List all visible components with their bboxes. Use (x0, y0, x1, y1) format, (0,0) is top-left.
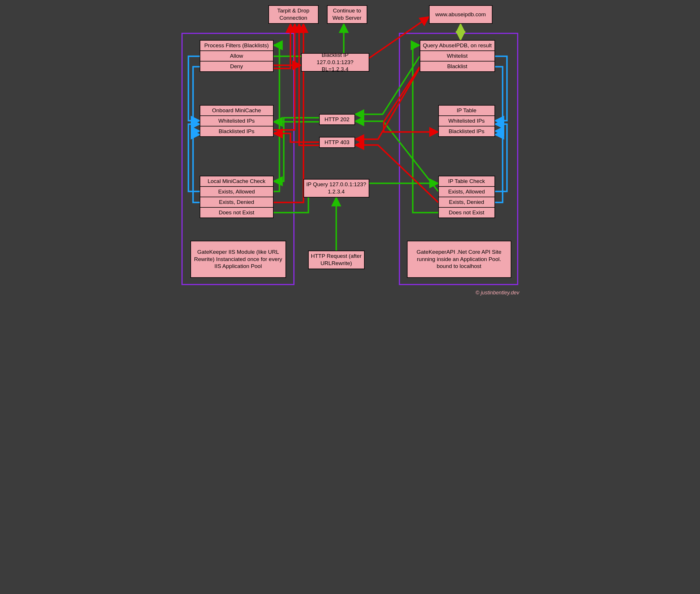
process-filters-title: Process Filters (Blacklists) (200, 40, 274, 51)
iptable-check-denied: Exists, Denied (438, 197, 495, 208)
minicache-check-missing: Does not Exist (200, 207, 274, 218)
tarpit-box: Tarpit & Drop Connection (269, 5, 319, 24)
continue-box: Continue to Web Server (327, 5, 367, 24)
abuseipdb-box: www.abuseipdb.com (429, 5, 492, 24)
minicache-check-allowed: Exists, Allowed (200, 186, 274, 197)
diagram-canvas: Tarpit & Drop Connection Continue to Web… (175, 0, 525, 297)
iptable-title: IP Table (438, 105, 495, 116)
minicache-title: Onboard MiniCache (200, 105, 274, 116)
iptable-check-missing: Does not Exist (438, 207, 495, 218)
process-filters-stack: Process Filters (Blacklists) Allow Deny (200, 40, 274, 72)
iptable-stack: IP Table Whitelisted IPs Blacklisted IPs (438, 105, 495, 137)
http-202-box: HTTP 202 (319, 114, 355, 125)
minicache-check-stack: Local MiniCache Check Exists, Allowed Ex… (200, 176, 274, 218)
query-abuse-wl: Whitelist (420, 51, 495, 62)
minicache-wl: Whitelisted IPs (200, 116, 274, 127)
minicache-stack: Onboard MiniCache Whitelisted IPs Blackl… (200, 105, 274, 137)
ip-query-box: IP Query 127.0.0.1:123?1.2.3.4 (304, 179, 369, 198)
process-filters-allow: Allow (200, 51, 274, 62)
blacklist-ip-box: Blacklist IP 127.0.0.1:123?BL=1.2.3.4 (301, 53, 369, 72)
minicache-check-denied: Exists, Denied (200, 197, 274, 208)
iptable-wl: Whitelisted IPs (438, 116, 495, 127)
iptable-check-title: IP Table Check (438, 176, 495, 187)
process-filters-deny: Deny (200, 61, 274, 72)
http-request-box: HTTP Request (after URLRewrite) (308, 251, 364, 269)
query-abuse-bl: Blacklist (420, 61, 495, 72)
iptable-bl: Blacklisted IPs (438, 126, 495, 137)
minicache-bl: Blacklisted IPs (200, 126, 274, 137)
right-desc: GateKeeperAPI .Net Core API Site running… (407, 241, 511, 278)
left-desc: GateKeeper IIS Module (like URL Rewrite)… (190, 241, 286, 278)
http-403-box: HTTP 403 (319, 137, 355, 148)
iptable-check-allowed: Exists, Allowed (438, 186, 495, 197)
minicache-check-title: Local MiniCache Check (200, 176, 274, 187)
query-abuse-stack: Query AbuseIPDB, on result Whitelist Bla… (420, 40, 495, 72)
iptable-check-stack: IP Table Check Exists, Allowed Exists, D… (438, 176, 495, 218)
credit-text: © justinbentley.dev (476, 290, 519, 296)
query-abuse-title: Query AbuseIPDB, on result (420, 40, 495, 51)
